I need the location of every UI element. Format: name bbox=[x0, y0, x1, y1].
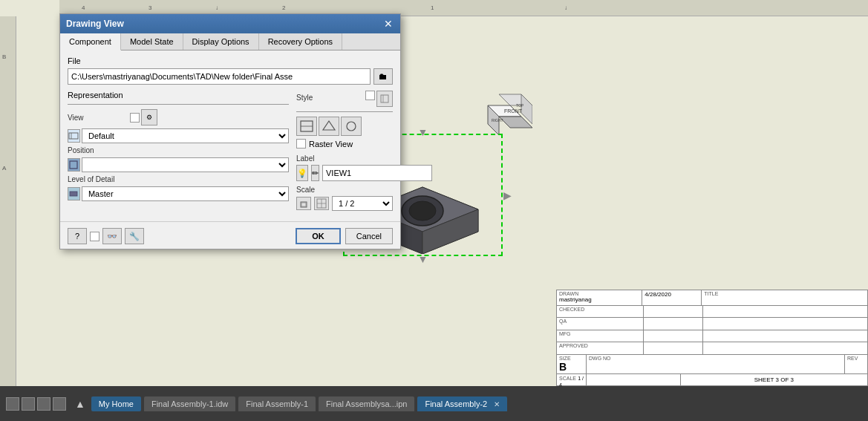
scale-lock-icon bbox=[296, 197, 311, 210]
position-row: Position bbox=[68, 146, 289, 154]
svg-rect-16 bbox=[69, 133, 78, 139]
lod-dropdown[interactable]: Master bbox=[82, 186, 289, 201]
svg-rect-19 bbox=[70, 192, 77, 196]
cancel-button[interactable]: Cancel bbox=[345, 228, 393, 244]
style-section: Style bbox=[296, 91, 393, 211]
dialog-footer: ? 👓 🔧 OK Cancel bbox=[60, 221, 400, 249]
view-dropdown[interactable]: Default bbox=[82, 128, 289, 143]
drawn-by: mastriyanag bbox=[559, 296, 639, 303]
taskbar-icon-3[interactable] bbox=[37, 397, 50, 411]
size-label: SIZE bbox=[559, 356, 584, 361]
taskbar-icon-2[interactable] bbox=[22, 397, 35, 411]
view-checkbox[interactable] bbox=[130, 113, 140, 123]
svg-marker-14 bbox=[422, 209, 478, 254]
title-block: DRAWN mastriyanag 4/28/2020 TITLE CHECKE… bbox=[556, 290, 868, 386]
scale-grid-icon bbox=[314, 197, 329, 210]
scale-field-label: Scale bbox=[296, 186, 393, 194]
lod-label: Level of Detail bbox=[68, 175, 127, 183]
lightbulb-icon: 💡 bbox=[297, 169, 307, 178]
style-label: Style bbox=[296, 94, 313, 102]
label-input[interactable] bbox=[322, 165, 432, 181]
glasses-icon: 👓 bbox=[107, 232, 117, 241]
raster-row: Raster View bbox=[296, 139, 393, 149]
taskbar-tab-1[interactable]: Final Assembly-1 bbox=[238, 396, 316, 411]
file-path-input[interactable] bbox=[68, 68, 371, 85]
raster-checkbox[interactable] bbox=[296, 139, 306, 149]
browse-button[interactable]: 🖿 bbox=[373, 68, 393, 85]
rev-label: REV bbox=[847, 356, 865, 361]
tab-component[interactable]: Component bbox=[60, 33, 121, 50]
style-btn-2[interactable] bbox=[319, 117, 339, 136]
svg-marker-24 bbox=[323, 121, 335, 130]
position-label: Position bbox=[68, 146, 127, 154]
footer-checkbox[interactable] bbox=[90, 232, 99, 241]
taskbar-icon-4[interactable] bbox=[53, 397, 66, 411]
file-row: 🖿 bbox=[68, 68, 393, 85]
taskbar: ▲ My Home Final Assembly-1.idw Final Ass… bbox=[0, 386, 868, 421]
svg-text:TOP: TOP bbox=[516, 103, 524, 108]
taskbar-tab-0[interactable]: Final Assembly-1.idw bbox=[144, 396, 235, 411]
dialog-tabs: Component Model State Display Options Re… bbox=[60, 33, 400, 50]
dialog-title: Drawing View bbox=[66, 19, 124, 29]
taskbar-tab-3[interactable]: Final Assembly-2 ✕ bbox=[417, 396, 507, 411]
footer-left: ? 👓 🔧 bbox=[68, 228, 144, 244]
svg-rect-12 bbox=[460, 217, 473, 230]
style-btn-3[interactable] bbox=[341, 117, 362, 136]
arrow-down-icon: ▼ bbox=[418, 253, 428, 265]
svg-point-10 bbox=[402, 196, 443, 226]
scale-row: 1 / 2 bbox=[296, 196, 393, 211]
lod-select-row: Master bbox=[68, 186, 289, 201]
tab-model-state[interactable]: Model State bbox=[121, 33, 183, 50]
taskbar-icon-1[interactable] bbox=[6, 397, 19, 411]
main-columns: Representation View ⚙ bbox=[68, 91, 393, 211]
taskbar-tab-2[interactable]: Final Assemblysa...ipn bbox=[319, 396, 414, 411]
position-dropdown[interactable] bbox=[82, 157, 289, 172]
ok-button[interactable]: OK bbox=[296, 228, 341, 244]
style-btn-1[interactable] bbox=[296, 117, 317, 136]
tab-recovery-options[interactable]: Recovery Options bbox=[259, 33, 342, 50]
dwg-no-label: DWG NO bbox=[589, 356, 842, 361]
view-settings-button[interactable]: ⚙ bbox=[141, 109, 157, 125]
arrow-up-icon: ▼ bbox=[418, 126, 428, 138]
mfg-label: MFG bbox=[559, 331, 641, 336]
browse-icon: 🖿 bbox=[379, 71, 388, 82]
dialog-close-button[interactable]: ✕ bbox=[382, 18, 394, 30]
svg-point-11 bbox=[409, 201, 436, 221]
style-buttons-row bbox=[296, 117, 393, 136]
tab-close-icon[interactable]: ✕ bbox=[494, 400, 500, 408]
position-select-row bbox=[68, 157, 289, 172]
footer-right: OK Cancel bbox=[296, 228, 393, 244]
taskbar-chevron-icon[interactable]: ▲ bbox=[75, 398, 85, 410]
view-select-row: Default bbox=[68, 128, 289, 143]
repr-label: Representation bbox=[68, 91, 289, 99]
edit-icon: ✏ bbox=[312, 169, 319, 178]
view-row: View ⚙ bbox=[68, 109, 289, 125]
label-btn-1[interactable]: 💡 bbox=[296, 165, 308, 181]
dialog-titlebar: Drawing View ✕ bbox=[60, 14, 400, 33]
sheet-label: SHEET 3 OF 3 bbox=[754, 376, 794, 383]
size-value: B bbox=[559, 361, 584, 373]
taskbar-home-button[interactable]: My Home bbox=[91, 396, 141, 411]
label-btn-2[interactable]: ✏ bbox=[311, 165, 319, 181]
footer-tools-button[interactable]: 🔧 bbox=[125, 228, 144, 244]
svg-text:RIGHT: RIGHT bbox=[492, 118, 503, 123]
position-icon bbox=[68, 158, 80, 172]
drawing-view-dialog: Drawing View ✕ Component Model State Dis… bbox=[59, 13, 401, 249]
svg-rect-27 bbox=[301, 203, 306, 206]
help-button[interactable]: ? bbox=[68, 228, 87, 244]
raster-view-label: Raster View bbox=[309, 140, 353, 149]
dialog-body: File 🖿 Representation View ⚙ bbox=[60, 50, 400, 217]
scale-dropdown[interactable]: 1 / 2 bbox=[332, 196, 393, 211]
view-label: View bbox=[68, 114, 127, 122]
tab-display-options[interactable]: Display Options bbox=[183, 33, 259, 50]
view-icon-group: ⚙ bbox=[130, 109, 157, 125]
style-checkbox[interactable] bbox=[365, 91, 375, 100]
approved-label: APPROVED bbox=[559, 343, 641, 348]
svg-point-25 bbox=[347, 122, 356, 131]
arrow-right-icon: ▶ bbox=[503, 189, 512, 201]
drawn-date: 4/28/2020 bbox=[645, 291, 699, 298]
svg-text:FRONT: FRONT bbox=[504, 108, 523, 114]
footer-view-button[interactable]: 👓 bbox=[102, 228, 122, 244]
representation-section: Representation View ⚙ bbox=[68, 91, 289, 211]
style-settings-button[interactable] bbox=[376, 91, 393, 107]
